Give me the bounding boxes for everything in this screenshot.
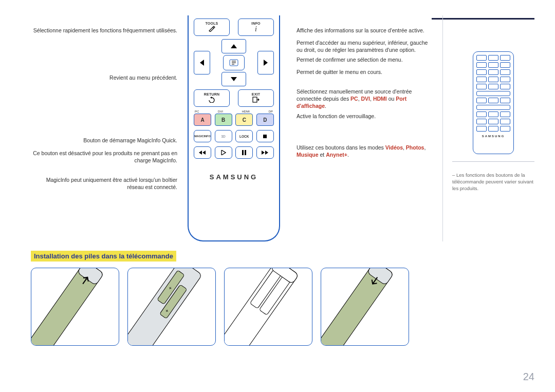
btn-return: RETURN (194, 89, 230, 107)
remote-diagram: TOOLS INFO i (177, 15, 290, 241)
arrow-up (221, 39, 246, 53)
step-2: + + (127, 268, 216, 346)
exit-icon (252, 97, 260, 104)
page: Sélectionne rapidement les fonctions fré… (0, 0, 555, 356)
btn-ffw (256, 146, 274, 159)
desc-info: Affiche des informations sur la source d… (297, 27, 432, 34)
btn-exit: EXIT (238, 89, 274, 107)
svg-rect-2 (242, 150, 244, 155)
step-1 (31, 268, 119, 346)
btn-magicinfo: MAGICINFO (194, 130, 211, 142)
btn-c: C (235, 114, 253, 126)
btn-stop (256, 130, 274, 142)
mini-remote: SAMSUNG (473, 51, 514, 154)
desc-lock: Active la fonction de verrouillage. (297, 113, 432, 120)
desc-magicinfo-2: Ce bouton est désactivé pour les produit… (31, 150, 177, 164)
btn-d: D (256, 114, 274, 126)
left-descriptions: Sélectionne rapidement les fonctions fré… (31, 15, 177, 241)
btn-tools: TOOLS (194, 18, 230, 36)
desc-ok: Permet de confirmer une sélection de men… (297, 56, 432, 63)
svg-rect-1 (253, 97, 257, 102)
step-4 (321, 268, 409, 346)
side-column: SAMSUNG Les fonctions des boutons de la … (442, 15, 534, 241)
desc-magicinfo-3: MagicInfo peut uniquement être activé lo… (31, 176, 177, 191)
desc-dpad: Permet d'accéder au menu supérieur, infé… (297, 39, 432, 53)
desc-exit: Permet de quitter le menu en cours. (297, 68, 432, 76)
desc-return: Revient au menu précédent. (31, 74, 177, 81)
btn-pause (235, 146, 253, 159)
brand-logo: SAMSUNG (194, 173, 274, 181)
btn-a: A (194, 114, 211, 126)
arrow-left (194, 51, 210, 74)
btn-lock: LOCK (235, 130, 253, 142)
page-number: 24 (523, 371, 534, 383)
arrow-down (221, 72, 246, 86)
btn-info: INFO i (238, 18, 274, 36)
abcd-row: A B C D (194, 114, 274, 126)
desc-tools: Sélectionne rapidement les fonctions fré… (31, 27, 177, 34)
side-note: Les fonctions des boutons de la télécomm… (452, 172, 534, 192)
btn-ok (223, 55, 245, 70)
source-labels: PC DVI HDMI DP (194, 110, 274, 113)
battery-steps: + + (31, 268, 534, 346)
btn-b: B (215, 114, 232, 126)
btn-rew (194, 146, 211, 159)
desc-media: Utilisez ces boutons dans les modes Vidé… (297, 144, 432, 158)
section-title: Installation des piles dans la télécomma… (31, 251, 176, 262)
desc-magicinfo-1: Bouton de démarrage MagicInfo Quick. (31, 137, 177, 144)
desc-sources: Sélectionnez manuellement une source d'e… (297, 88, 432, 110)
side-rule (452, 161, 534, 162)
svg-rect-3 (245, 150, 246, 155)
arrow-right (257, 51, 274, 74)
right-descriptions: Affiche des informations sur la source d… (290, 15, 432, 241)
mini-brand: SAMSUNG (476, 135, 510, 138)
step-3 (224, 268, 312, 346)
info-icon: i (255, 26, 257, 33)
tools-icon (208, 26, 215, 33)
battery-section: Installation des piles dans la télécomma… (31, 251, 534, 346)
btn-play (215, 146, 232, 159)
return-icon (208, 97, 215, 104)
dpad (194, 39, 274, 86)
btn-3d: 3D (215, 130, 232, 142)
